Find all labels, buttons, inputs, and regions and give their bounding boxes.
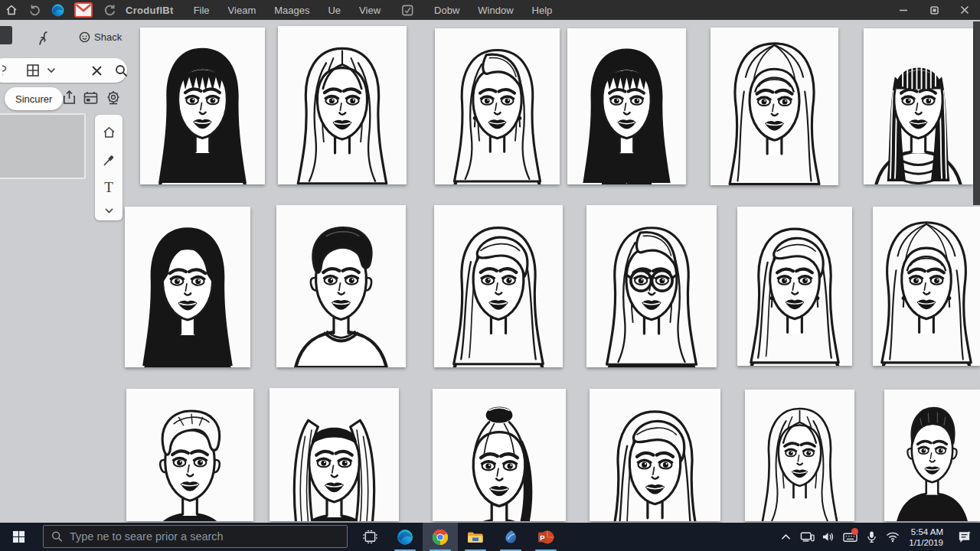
gmail-icon[interactable] — [69, 0, 98, 20]
menu-item-dobw[interactable]: Dobw — [425, 0, 469, 20]
avatar-2[interactable] — [278, 26, 407, 184]
checkbox-menu-icon[interactable] — [396, 0, 419, 20]
mail-app-icon — [502, 529, 519, 546]
menu-item-ue[interactable]: Ue — [318, 0, 350, 20]
search-icon — [51, 530, 63, 543]
chevron-down-icon[interactable] — [47, 67, 56, 73]
edge-taskbar-button[interactable] — [387, 523, 423, 551]
file-explorer-taskbar-button[interactable] — [458, 523, 493, 551]
shack-user-chip[interactable]: Shack — [79, 31, 122, 43]
powerpoint-taskbar-button[interactable]: P — [528, 523, 564, 551]
clock-time: 5:54 AM — [909, 527, 943, 537]
undo-icon[interactable] — [23, 0, 46, 20]
notification-badge — [851, 528, 858, 535]
text-tool[interactable]: T — [99, 178, 119, 197]
minimize-button[interactable] — [888, 0, 919, 20]
taskbar: P 5:54 AM 1/1/2019 — [0, 523, 980, 551]
folder-icon — [466, 528, 485, 546]
clipped-glyph — [2, 65, 8, 76]
avatar-13[interactable] — [126, 389, 253, 521]
grid-view-icon[interactable] — [26, 64, 40, 77]
powerpoint-icon: P — [537, 528, 555, 546]
svg-text:P: P — [540, 533, 545, 541]
share-icon[interactable] — [63, 90, 76, 108]
menu-bar: CroduflBt FileVieamMaagesUeView DobwWind… — [0, 0, 980, 20]
menu-item-maages[interactable]: Maages — [265, 0, 318, 20]
chrome-taskbar-button[interactable] — [423, 523, 458, 551]
tray-device-icon[interactable] — [797, 523, 817, 551]
system-tray: 5:54 AM 1/1/2019 — [776, 523, 980, 551]
avatar-8[interactable] — [276, 205, 406, 367]
tray-keyboard-icon[interactable] — [840, 523, 860, 551]
tray-volume-icon[interactable] — [818, 523, 838, 551]
canvas-area: Shack Sincurer — [0, 20, 980, 523]
search-input[interactable] — [70, 530, 339, 543]
reload-icon[interactable] — [98, 0, 121, 20]
view-toolbar — [0, 58, 127, 83]
avatar-14[interactable] — [270, 388, 399, 521]
preview-panel — [0, 113, 86, 179]
stamp-icon[interactable] — [106, 90, 121, 109]
avatar-15[interactable] — [433, 389, 566, 521]
avatar-11[interactable] — [737, 207, 852, 366]
start-button[interactable] — [0, 523, 37, 551]
close-button[interactable] — [949, 0, 980, 20]
home-tool-icon[interactable] — [99, 122, 119, 142]
task-view-button[interactable] — [352, 523, 387, 551]
tray-chevron-up-icon[interactable] — [776, 523, 795, 551]
avatar-9[interactable] — [434, 205, 563, 367]
palette-chevron-down-icon[interactable] — [99, 205, 119, 216]
clock-date: 1/1/2019 — [909, 537, 943, 548]
avatar-7[interactable] — [125, 207, 250, 367]
taskbar-clock[interactable]: 5:54 AM 1/1/2019 — [904, 527, 949, 548]
menu-item-window[interactable]: Window — [469, 0, 522, 20]
edge-icon — [396, 528, 414, 546]
taskbar-search[interactable] — [43, 525, 348, 548]
action-center-icon[interactable] — [951, 523, 977, 551]
mail-taskbar-button[interactable] — [493, 523, 528, 551]
menu-item-view[interactable]: View — [350, 0, 390, 20]
tool-palette: T — [95, 115, 122, 220]
chrome-icon — [431, 528, 449, 546]
avatar-10[interactable] — [586, 205, 717, 367]
avatar-6[interactable] — [864, 28, 973, 184]
shack-label: Shack — [94, 31, 122, 43]
sincurer-button[interactable]: Sincurer — [5, 87, 63, 110]
menu-item-vieam[interactable]: Vieam — [219, 0, 266, 20]
avatar-12[interactable] — [873, 207, 980, 366]
avatar-4[interactable] — [567, 28, 686, 184]
clipped-panel-icon — [0, 26, 12, 44]
eyedropper-tool-icon[interactable] — [99, 150, 119, 170]
tray-window-icon[interactable] — [83, 91, 98, 108]
right-edge-strip — [973, 21, 980, 205]
smiley-icon — [79, 31, 90, 43]
app-title: CroduflBt — [126, 5, 174, 16]
menu-item-help[interactable]: Help — [523, 0, 562, 20]
avatar-5[interactable] — [710, 28, 838, 185]
edge-icon[interactable] — [46, 0, 69, 20]
avatar-1[interactable] — [140, 28, 265, 184]
avatar-3[interactable] — [435, 28, 560, 184]
home-icon[interactable] — [0, 0, 23, 20]
avatar-17[interactable] — [745, 390, 854, 521]
menu-item-file[interactable]: File — [185, 0, 219, 20]
tray-wifi-icon[interactable] — [883, 523, 903, 551]
avatar-18[interactable] — [884, 390, 980, 521]
maximize-button[interactable] — [919, 0, 949, 20]
search-icon[interactable] — [115, 64, 128, 77]
avatar-16[interactable] — [590, 389, 720, 521]
curve-tool-icon[interactable] — [37, 31, 51, 49]
tray-microphone-icon[interactable] — [861, 523, 881, 551]
close-search-icon[interactable] — [91, 65, 103, 77]
